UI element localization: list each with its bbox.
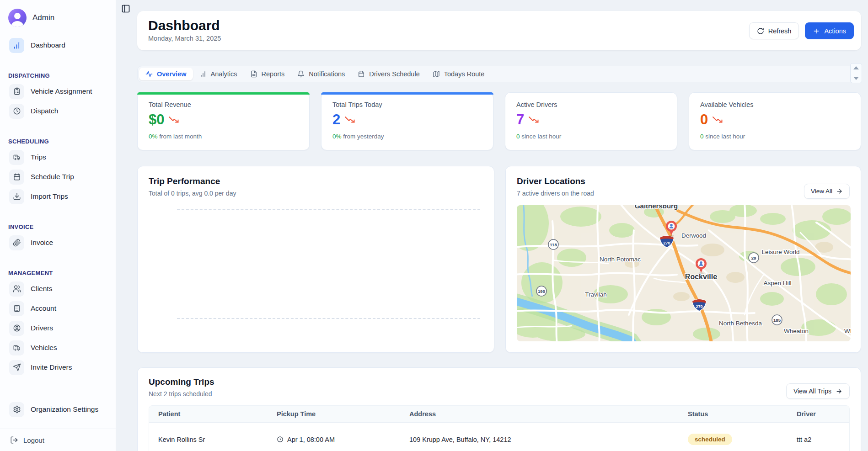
route-shield-185: 185 (772, 315, 782, 325)
sidebar-item-invoice[interactable]: Invoice (5, 234, 111, 251)
map-label-wheaton-cut: Wh (844, 328, 851, 334)
sidebar-item-invite-drivers[interactable]: Invite Drivers (5, 359, 111, 376)
driver-locations-panel: Driver Locations 7 active drivers on the… (505, 166, 861, 353)
map-label-north-potomac: North Potomac (600, 256, 641, 263)
calendar-icon (9, 170, 24, 185)
svg-text:190: 190 (538, 289, 545, 294)
bell-icon (297, 70, 305, 78)
stat-label: Available Vehicles (700, 101, 850, 108)
tab-analytics[interactable]: Analytics (193, 68, 244, 80)
tab-notifications[interactable]: Notifications (291, 68, 351, 80)
trending-down-icon (529, 116, 540, 123)
map-label-travilah: Travilah (585, 291, 607, 298)
stat-card-available-vehicles: Available Vehicles 0 0 since last hour (689, 92, 861, 150)
sidebar-item-label: Invite Drivers (31, 363, 72, 371)
chart-gridline (177, 318, 480, 319)
stats-row: Total Revenue $0 0% from last month Tota… (137, 92, 861, 150)
section-title: INVOICE (8, 223, 116, 230)
logout-label: Logout (23, 436, 44, 444)
plus-icon (813, 27, 820, 35)
arrow-right-icon (836, 388, 842, 395)
truck-icon (9, 150, 24, 165)
sidebar-item-dashboard[interactable]: Dashboard (5, 37, 111, 54)
column-header-address: Address (400, 406, 679, 422)
sidebar-toggle-icon[interactable] (121, 4, 130, 13)
section-title: MANAGEMENT (8, 270, 116, 276)
stat-label: Total Revenue (149, 101, 298, 108)
sidebar-item-schedule-trip[interactable]: Schedule Trip (5, 168, 111, 186)
svg-text:185: 185 (773, 318, 781, 323)
sidebar-item-import-trips[interactable]: Import Trips (5, 188, 111, 205)
svg-text:270: 270 (663, 241, 670, 245)
section-title: SCHEDULING (8, 138, 116, 145)
column-header-pickup-time: Pickup Time (268, 406, 400, 422)
sidebar-item-label: Vehicles (31, 344, 57, 352)
sidebar-item-label: Organization Settings (31, 405, 98, 414)
trending-down-icon (713, 116, 723, 123)
sidebar-section-scheduling: SCHEDULING Trips Schedule Trip Import Tr… (0, 138, 116, 205)
tab-drivers-schedule[interactable]: Drivers Schedule (351, 68, 426, 80)
stat-card-total-trips-today: Total Trips Today 2 0% from yesterday (321, 92, 493, 150)
logout-icon (10, 436, 18, 444)
stat-value: 7 (516, 112, 524, 127)
users-icon (9, 281, 24, 297)
sidebar-item-account[interactable]: Account (5, 300, 111, 317)
sidebar-item-trips[interactable]: Trips (5, 149, 111, 166)
bar-chart-icon (9, 38, 24, 53)
svg-text:118: 118 (550, 242, 557, 247)
trending-down-icon (345, 116, 356, 123)
tab-reports[interactable]: Reports (244, 68, 291, 80)
refresh-button[interactable]: Refresh (749, 22, 799, 39)
sidebar-item-vehicles[interactable]: Vehicles (5, 339, 111, 356)
stat-value: 2 (332, 112, 340, 127)
panel-title: Trip Performance (149, 176, 483, 186)
status-badge: scheduled (688, 434, 732, 445)
trending-down-icon (169, 116, 180, 123)
stat-label: Total Trips Today (332, 101, 482, 108)
sidebar-item-clients[interactable]: Clients (5, 280, 111, 297)
download-icon (9, 189, 24, 204)
send-icon (9, 360, 24, 375)
tab-label: Overview (157, 70, 187, 78)
sidebar-section-dispatching: DISPATCHING Vehicle Assignment Dispatch (0, 72, 116, 120)
sidebar-item-dispatch[interactable]: Dispatch (5, 102, 111, 120)
view-all-trips-button[interactable]: View All Trips (786, 383, 850, 399)
stat-card-active-drivers: Active Drivers 7 0 since last hour (505, 92, 677, 150)
sidebar-item-label: Vehicle Assignment (31, 87, 92, 96)
sidebar-item-label: Invoice (31, 239, 53, 247)
activity-icon (145, 70, 153, 78)
chart-gridline (177, 209, 480, 210)
svg-text:28: 28 (751, 255, 756, 260)
sidebar-item-vehicle-assignment[interactable]: Vehicle Assignment (5, 83, 111, 100)
panel-title: Driver Locations (517, 176, 850, 186)
tab-overview[interactable]: Overview (139, 68, 193, 80)
sidebar-item-label: Import Trips (31, 192, 68, 201)
paperclip-icon (9, 235, 24, 250)
map-label-wheaton: Wheaton (784, 328, 809, 334)
scroll-down-icon[interactable] (853, 77, 859, 80)
view-all-button[interactable]: View All (804, 184, 850, 199)
tab-label: Notifications (309, 70, 345, 78)
driver-map[interactable]: 118 190 28 185 270 (517, 205, 851, 341)
tab-label: Drivers Schedule (369, 70, 419, 78)
table-row[interactable]: Kevin Rollins Sr Apr 1, 08:00 AM 109 Kru… (149, 423, 849, 451)
logout-button[interactable]: Logout (0, 429, 116, 451)
stat-card-total-revenue: Total Revenue $0 0% from last month (137, 92, 310, 150)
calendar-icon (358, 70, 365, 78)
bar-chart-icon (199, 70, 207, 78)
tab-label: Analytics (211, 70, 237, 78)
column-header-patient: Patient (149, 406, 268, 422)
actions-button[interactable]: Actions (805, 22, 854, 39)
sidebar-item-organization-settings[interactable]: Organization Settings (5, 401, 111, 418)
map-label-north-bethesda: North Bethesda (719, 320, 762, 327)
arrow-right-icon (836, 188, 843, 195)
tab-todays-route[interactable]: Todays Route (426, 68, 491, 80)
cell-driver: ttt a2 (788, 425, 849, 451)
sidebar-item-drivers[interactable]: Drivers (5, 319, 111, 337)
map-canvas: 118 190 28 185 270 (517, 205, 851, 341)
view-all-trips-label: View All Trips (793, 387, 831, 395)
clipboard-list-icon (9, 84, 24, 99)
scroll-up-icon[interactable] (853, 66, 859, 69)
route-shield-190: 190 (536, 286, 547, 296)
user-profile[interactable]: Admin (0, 0, 116, 34)
